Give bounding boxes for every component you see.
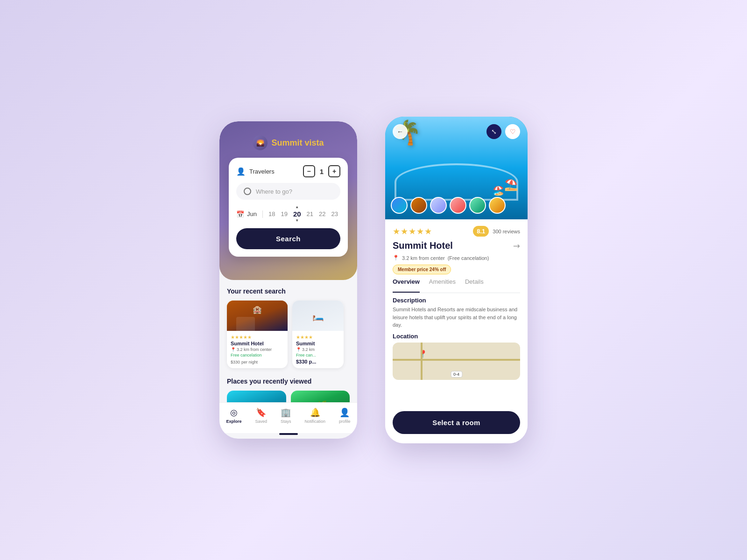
home-indicator xyxy=(279,433,298,435)
phone1: 🌄 Summit vista 👤 Travelers − 1 xyxy=(219,121,357,439)
recent-places: 🏊 🌿 xyxy=(227,391,350,402)
hotel-hero: 🌴 ⛱️ 🏖️ ← ⤡ ♡ xyxy=(385,117,528,219)
hotel-card-2-body: ★★★★ Summit 📍 3.2 km Free can... $330 p.… xyxy=(292,331,344,368)
date-row: 📅 Jun 18 19 ▲ 20 ▼ 21 22 23 xyxy=(236,205,340,223)
brand-name: Summit vista xyxy=(271,138,324,148)
nav-explore-label: Explore xyxy=(226,419,241,424)
hotel-card-1-stars: ★★★★★ xyxy=(231,335,284,340)
stays-icon: 🏢 xyxy=(281,407,291,418)
hotel-card-1-body: ★★★★★ Summit Hotel 📍 3.2 km from center … xyxy=(227,331,288,368)
brand-icon: 🌄 xyxy=(253,135,268,150)
member-price-badge: Member price 24% off xyxy=(393,265,451,274)
nav-saved[interactable]: 🔖 Saved xyxy=(255,407,267,424)
nav-stays[interactable]: 🏢 Stays xyxy=(281,407,291,424)
destination-placeholder: Where to go? xyxy=(256,188,292,195)
description-title: Description xyxy=(393,297,520,304)
thumb-lobby[interactable] xyxy=(410,197,427,214)
hero-umbrella: ⛱️ xyxy=(504,178,518,191)
back-button[interactable]: ← xyxy=(393,124,408,139)
date-21: 21 xyxy=(307,210,313,217)
place-pool[interactable]: 🏊 xyxy=(227,391,286,402)
destination-input[interactable]: Where to go? xyxy=(236,183,340,200)
thumb-pool[interactable] xyxy=(391,197,408,214)
thumb-dining[interactable] xyxy=(450,197,466,214)
rating-badge: 8.1 300 reviews xyxy=(473,226,520,237)
increase-traveler-btn[interactable]: + xyxy=(328,165,340,177)
hotel-card-2-stars: ★★★★ xyxy=(296,335,340,340)
brand-accent: vista xyxy=(305,138,324,147)
back-arrow-icon: ← xyxy=(397,128,403,135)
date-down-arrow: ▼ xyxy=(295,219,299,223)
bottom-nav: ◎ Explore 🔖 Saved 🏢 Stays 🔔 Notification… xyxy=(219,402,357,433)
brand-plain: Summit xyxy=(271,138,302,147)
description-section: Description Summit Hotels and Resorts ar… xyxy=(393,297,520,329)
date-23: 23 xyxy=(331,210,338,217)
share-icon: ⤡ xyxy=(491,128,497,135)
hotel-card-1-price: $330 per night xyxy=(231,359,284,364)
share-directions-icon[interactable]: ↗ xyxy=(510,239,522,252)
hero-lounge: 🏖️ xyxy=(493,185,504,196)
nav-profile[interactable]: 👤 profile xyxy=(339,407,351,424)
hotel-card-1-image: 🏨 xyxy=(227,301,288,331)
hero-thumbnails xyxy=(391,197,506,214)
description-text: Summit Hotels and Resorts are midscale b… xyxy=(393,306,520,329)
nav-stays-label: Stays xyxy=(281,419,291,424)
decrease-traveler-btn[interactable]: − xyxy=(303,165,315,177)
search-button[interactable]: Search xyxy=(236,228,340,249)
recent-cards: 🏨 ★★★★★ Summit Hotel 📍 3.2 km from cente… xyxy=(227,301,350,368)
free-cancel-text: (Free cancelation) xyxy=(448,255,489,261)
tab-overview[interactable]: Overview xyxy=(393,278,420,289)
hotel-card-2-price: $330 p... xyxy=(296,359,340,364)
nav-notification-label: Notification xyxy=(304,419,325,424)
saved-icon: 🔖 xyxy=(256,407,266,418)
phone2-footer: Select a room xyxy=(385,406,528,443)
calendar-icon: 📅 xyxy=(236,210,244,218)
date-19: 19 xyxy=(281,210,287,217)
hotel-card-1-location: 📍 3.2 km from center xyxy=(231,347,284,352)
hotel-card-2[interactable]: 🛏️ ★★★★ Summit 📍 3.2 km Free can... $330… xyxy=(292,301,344,368)
location-title: Location xyxy=(393,333,520,340)
date-active-value: 20 xyxy=(293,210,301,218)
location-text-1: 3.2 km from center xyxy=(237,347,272,352)
phone1-body: Your recent search 🏨 ★★★★★ Summit Hotel xyxy=(219,280,357,402)
map-marker: 📍 xyxy=(418,350,428,358)
nav-notification[interactable]: 🔔 Notification xyxy=(304,407,325,424)
place-garden[interactable]: 🌿 xyxy=(291,391,350,402)
road-label: 0-4 xyxy=(451,371,462,378)
traveler-icon: 👤 xyxy=(236,167,246,176)
tab-amenities[interactable]: Amenities xyxy=(429,278,456,289)
travelers-text: Travelers xyxy=(249,168,275,175)
nav-saved-label: Saved xyxy=(255,419,267,424)
brand-logo: 🌄 Summit vista xyxy=(253,135,324,150)
phone2-content: ★★★★★ 8.1 300 reviews Summit Hotel ↗ 📍 3… xyxy=(385,219,528,406)
hotel-card-1-name: Summit Hotel xyxy=(231,341,284,346)
location-section: Location 📍 0-4 xyxy=(393,333,520,380)
tab-details[interactable]: Details xyxy=(465,278,484,289)
nav-explore[interactable]: ◎ Explore xyxy=(226,407,241,424)
date-up-arrow: ▲ xyxy=(295,205,299,209)
hotel-meta: 📍 3.2 km from center (Free cancelation) xyxy=(393,255,520,261)
month-label: Jun xyxy=(247,210,257,217)
map-placeholder[interactable]: 📍 0-4 xyxy=(393,343,520,380)
hotel-location: 3.2 km from center xyxy=(402,255,445,261)
travelers-row: 👤 Travelers − 1 + xyxy=(236,165,340,177)
notification-icon: 🔔 xyxy=(310,407,320,418)
thumb-gym[interactable] xyxy=(489,197,506,214)
heart-icon: ♡ xyxy=(510,128,516,135)
hotel-name-row: Summit Hotel ↗ xyxy=(393,240,520,251)
hotel-stars-large: ★★★★★ xyxy=(393,226,432,237)
share-button[interactable]: ⤡ xyxy=(486,124,501,139)
thumb-spa[interactable] xyxy=(469,197,486,214)
hotel-main-name: Summit Hotel xyxy=(393,240,453,251)
travelers-counter: − 1 + xyxy=(303,165,340,177)
hotel-rating-row: ★★★★★ 8.1 300 reviews xyxy=(393,226,520,237)
date-month: 📅 Jun xyxy=(236,210,263,218)
phone1-header: 🌄 Summit vista 👤 Travelers − 1 xyxy=(219,121,357,280)
favorite-button[interactable]: ♡ xyxy=(505,124,520,139)
thumb-room[interactable] xyxy=(430,197,447,214)
date-20-active[interactable]: ▲ 20 ▼ xyxy=(293,205,301,223)
hotel-card-1[interactable]: 🏨 ★★★★★ Summit Hotel 📍 3.2 km from cente… xyxy=(227,301,288,368)
select-room-button[interactable]: Select a room xyxy=(393,411,520,434)
date-numbers: 18 19 ▲ 20 ▼ 21 22 23 xyxy=(268,205,340,223)
map-bg: 📍 0-4 xyxy=(393,343,520,380)
